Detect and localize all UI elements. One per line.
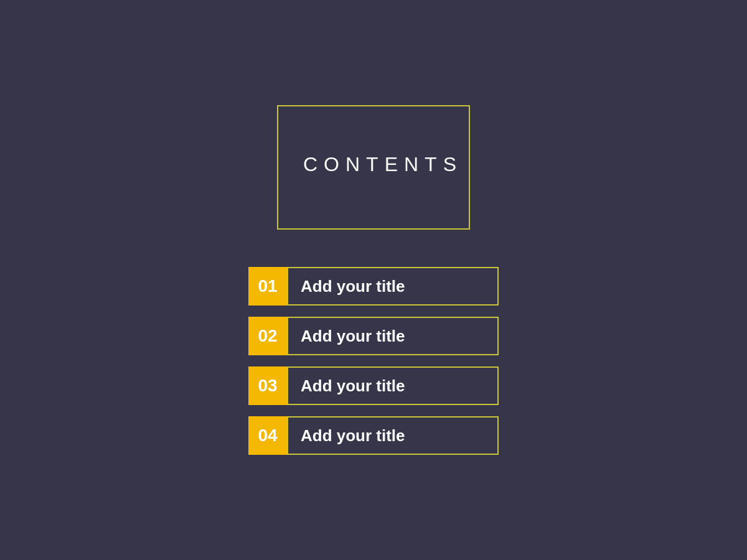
contents-header-box: CONTENTS <box>277 105 470 230</box>
contents-title: CONTENTS <box>303 153 463 176</box>
item-number-2: 02 <box>248 317 287 355</box>
list-item[interactable]: 01 Add your title <box>248 267 499 306</box>
item-title-box-2[interactable]: Add your title <box>287 317 499 355</box>
item-number-1: 01 <box>248 267 287 306</box>
item-title-text-3: Add your title <box>301 376 405 396</box>
item-title-text-4: Add your title <box>301 426 405 446</box>
item-title-text-1: Add your title <box>301 277 405 296</box>
item-title-box-1[interactable]: Add your title <box>287 267 499 306</box>
list-item[interactable]: 03 Add your title <box>248 366 499 405</box>
page-container: CONTENTS 01 Add your title 02 Add your t… <box>248 105 499 455</box>
item-title-box-4[interactable]: Add your title <box>287 416 499 455</box>
item-title-text-2: Add your title <box>301 327 405 346</box>
items-list: 01 Add your title 02 Add your title 03 A… <box>248 267 499 455</box>
item-number-4: 04 <box>248 416 287 455</box>
list-item[interactable]: 04 Add your title <box>248 416 499 455</box>
item-title-box-3[interactable]: Add your title <box>287 366 499 405</box>
list-item[interactable]: 02 Add your title <box>248 317 499 355</box>
item-number-3: 03 <box>248 366 287 405</box>
